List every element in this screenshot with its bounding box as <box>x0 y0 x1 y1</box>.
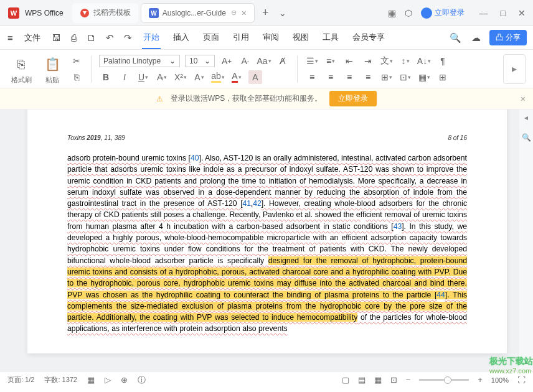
hamburger-icon[interactable]: ≡ <box>6 31 14 44</box>
font-size-select[interactable]: 10 ⌄ <box>185 55 215 67</box>
menu-tab-tools[interactable]: 工具 <box>321 27 340 49</box>
sort-icon[interactable]: A↓▾ <box>417 54 431 68</box>
banner-login-button[interactable]: 立即登录 <box>329 91 377 106</box>
menu-tab-insert[interactable]: 插入 <box>172 27 191 49</box>
view-page-icon[interactable]: ▢ <box>342 375 349 385</box>
indent-icon[interactable]: ⊡▾ <box>399 70 412 84</box>
tab-list-icon[interactable]: ⌄ <box>279 8 286 18</box>
tab-add-button[interactable]: + <box>256 6 275 19</box>
bullets-icon[interactable]: ☰▾ <box>305 54 319 68</box>
play-icon[interactable]: ▷ <box>105 375 111 385</box>
line-spacing-icon[interactable]: ↕▾ <box>399 54 412 68</box>
redo-icon[interactable]: ↷ <box>123 31 133 45</box>
menu-tab-member[interactable]: 会员专享 <box>351 27 386 49</box>
change-case-icon[interactable]: Aa▾ <box>257 54 271 68</box>
zoom-out-icon[interactable]: − <box>406 375 411 385</box>
sidebar-search-icon[interactable]: 🔍 <box>522 133 531 142</box>
distribute-icon[interactable]: ⊞▾ <box>380 70 394 84</box>
cube-icon[interactable]: ⬡ <box>405 8 412 18</box>
strikethrough-icon[interactable]: A̶▾ <box>155 70 169 84</box>
calendar-icon[interactable]: ▦ <box>388 8 396 18</box>
wps-logo-icon: W <box>7 7 20 19</box>
cloud-icon[interactable]: ☁ <box>470 31 482 45</box>
divider <box>297 55 298 83</box>
font-color-icon[interactable]: A▾ <box>230 70 243 84</box>
warning-icon: ⚠ <box>156 95 163 103</box>
copy-icon[interactable]: ⎘ <box>70 70 83 84</box>
text-bg-icon[interactable]: A <box>248 70 262 84</box>
view-web-icon[interactable]: ▦ <box>374 375 382 385</box>
italic-icon[interactable]: I <box>118 70 131 84</box>
align-right-icon[interactable]: ≡ <box>342 70 356 84</box>
tab-template[interactable]: 找稻壳模板 <box>72 3 138 23</box>
print-preview-icon[interactable]: 🗋 <box>85 31 97 44</box>
decrease-font-icon[interactable]: A- <box>238 54 252 68</box>
login-button-top[interactable]: 立即登录 <box>421 7 465 19</box>
document-area[interactable]: ⠿ Toxins 2019, 11, 389 8 of 16 adsorb pr… <box>0 110 533 371</box>
tab-close-icon[interactable]: × <box>242 8 247 18</box>
word-count[interactable]: 字数: 1372 <box>44 375 77 385</box>
window-controls: — □ ✕ <box>479 8 526 18</box>
chevron-right-icon: ▸ <box>512 63 517 75</box>
close-button[interactable]: ✕ <box>518 8 526 18</box>
zoom-level[interactable]: 100% <box>491 376 509 384</box>
indent-increase-icon[interactable]: ⇥ <box>361 54 375 68</box>
paste-group[interactable]: 📋 粘贴 <box>39 53 66 85</box>
fit-icon[interactable]: ⊡ <box>390 375 397 385</box>
titlebar-right: ▦ ⬡ 立即登录 — □ ✕ <box>388 7 531 19</box>
banner-text: 登录以激活WPS，获取全部基础功能和服务。 <box>171 93 322 104</box>
share-button[interactable]: 凸 分享 <box>489 30 527 45</box>
toolbar-expand-button[interactable]: ▸ <box>503 54 526 84</box>
numbering-icon[interactable]: ≡▾ <box>324 54 337 68</box>
zoom-in-icon[interactable]: + <box>478 375 483 385</box>
save-icon[interactable]: 🖫 <box>50 31 62 44</box>
menu-tab-view[interactable]: 视图 <box>291 27 310 49</box>
maximize-button[interactable]: □ <box>501 8 506 18</box>
align-justify-icon[interactable]: ≡ <box>361 70 375 84</box>
print-icon[interactable]: ⎙ <box>70 31 78 44</box>
menu-tab-start[interactable]: 开始 <box>142 27 161 49</box>
borders-icon[interactable]: ⊞ <box>436 70 450 84</box>
fullscreen-icon[interactable]: ⛶ <box>517 375 526 385</box>
menu-tab-reference[interactable]: 引用 <box>232 27 250 49</box>
minimize-button[interactable]: — <box>479 8 488 18</box>
divider <box>91 55 92 83</box>
increase-font-icon[interactable]: A+ <box>220 54 233 68</box>
word-doc-icon: W <box>149 8 159 18</box>
document-page[interactable]: Toxins 2019, 11, 389 8 of 16 adsorb prot… <box>27 110 507 353</box>
highlight-icon[interactable]: ab▾ <box>211 70 225 84</box>
shading-icon[interactable]: ▦▾ <box>417 70 431 84</box>
document-body[interactable]: adsorb protein-bound uremic toxins [40].… <box>67 152 467 335</box>
svg-text:W: W <box>11 9 17 17</box>
align-left-icon[interactable]: ≡ <box>305 70 319 84</box>
reading-icon[interactable]: ⓘ <box>138 375 146 386</box>
indent-decrease-icon[interactable]: ⇤ <box>342 54 356 68</box>
search-icon[interactable]: 🔍 <box>448 31 463 45</box>
banner-close-icon[interactable]: × <box>521 94 526 104</box>
file-menu[interactable]: 文件 <box>22 32 43 44</box>
sidebar-scroll-up-icon[interactable]: ▴ <box>524 357 528 366</box>
cut-icon[interactable]: ✂ <box>70 54 83 68</box>
text-direction-icon[interactable]: 文▾ <box>380 54 394 68</box>
page-indicator[interactable]: 页面: 1/2 <box>7 375 34 385</box>
font-family-select[interactable]: Palatino Linotype ⌄ <box>99 55 180 67</box>
format-painter-group[interactable]: ⎘ 格式刷 <box>7 53 35 85</box>
zoom-slider[interactable] <box>419 379 469 381</box>
language-icon[interactable]: ⊕ <box>121 375 128 385</box>
tab-document[interactable]: W Auslogic...er-Guide ⊖ × <box>141 3 255 23</box>
menu-tab-review[interactable]: 审阅 <box>262 27 280 49</box>
undo-icon[interactable]: ↶ <box>105 31 115 45</box>
superscript-icon[interactable]: X²▾ <box>174 70 187 84</box>
spellcheck-icon[interactable]: ▦ <box>87 375 95 385</box>
underline-icon[interactable]: U▾ <box>136 70 150 84</box>
bold-icon[interactable]: B <box>99 70 113 84</box>
clear-format-icon[interactable]: A̸ <box>276 54 290 68</box>
tab-pin-icon[interactable]: ⊖ <box>231 9 237 17</box>
show-marks-icon[interactable]: ¶ <box>436 54 450 68</box>
text-effect-icon[interactable]: A▾ <box>192 70 206 84</box>
format-painter-icon: ⎘ <box>10 53 32 75</box>
menu-tab-page[interactable]: 页面 <box>202 27 220 49</box>
sidebar-collapse-icon[interactable]: ◂ <box>524 113 528 122</box>
align-center-icon[interactable]: ≡ <box>324 70 337 84</box>
view-outline-icon[interactable]: ▤ <box>358 375 366 385</box>
